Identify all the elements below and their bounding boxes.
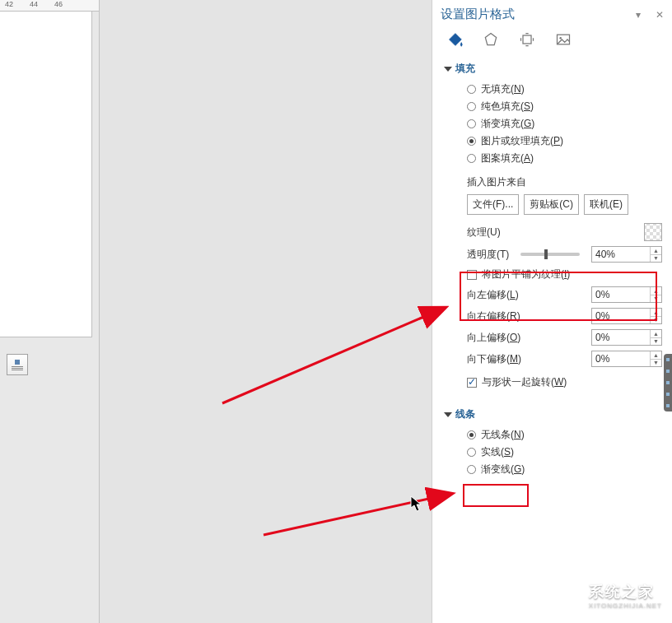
radio-pattern-fill[interactable]: 图案填充(A) [467, 151, 662, 165]
insert-from-clipboard-button[interactable]: 剪贴板(C) [524, 194, 579, 215]
insert-from-file-button[interactable]: 文件(F)... [467, 194, 519, 215]
radio-icon [467, 137, 476, 146]
radio-icon [467, 465, 476, 474]
picture-tab-icon[interactable] [554, 30, 572, 49]
transparency-label: 透明度(T) [467, 248, 509, 262]
collapse-triangle-icon [444, 67, 452, 72]
canvas-background [99, 0, 432, 623]
watermark: 系统之家 XITONGZHIJIA.NET [546, 579, 662, 611]
texture-label: 纹理(U) [467, 225, 501, 239]
ruler-tick: 46 [54, 0, 63, 11]
edge-scroll-handle[interactable] [664, 354, 672, 411]
size-tab-icon[interactable] [518, 30, 536, 49]
watermark-title: 系统之家 [589, 582, 662, 602]
collapse-triangle-icon [444, 412, 452, 417]
transparency-row: 透明度(T) 40% ▲▼ [467, 246, 662, 263]
transparency-input[interactable]: 40% ▲▼ [591, 246, 662, 263]
insert-picture-from-label: 插入图片来自 [467, 175, 662, 189]
tile-as-texture-checkbox[interactable]: 将图片平铺为纹理(I) [467, 267, 662, 281]
format-picture-panel: 设置图片格式 ▾ ✕ 填充 无填充(N) 纯色填充(S [432, 0, 672, 623]
horizontal-ruler: 42 44 46 [0, 0, 99, 12]
rotate-with-shape-checkbox[interactable]: 与形状一起旋转(W) [467, 375, 662, 389]
ruler-tick: 42 [5, 0, 13, 11]
document-page[interactable] [0, 12, 92, 337]
radio-no-line[interactable]: 无线条(N) [467, 428, 662, 442]
insert-from-online-button[interactable]: 联机(E) [584, 194, 628, 215]
offset-right-label: 向右偏移(R) [467, 309, 520, 323]
fill-tab-icon[interactable] [446, 30, 464, 49]
offset-right-input[interactable]: 0%▲▼ [591, 308, 662, 324]
radio-gradient-fill[interactable]: 渐变填充(G) [467, 117, 662, 131]
radio-icon [467, 448, 476, 457]
panel-options-dropdown[interactable]: ▾ [636, 9, 641, 21]
radio-picture-fill[interactable]: 图片或纹理填充(P) [467, 134, 662, 148]
panel-close-button[interactable]: ✕ [656, 9, 664, 21]
watermark-subtitle: XITONGZHIJIA.NET [589, 602, 662, 609]
radio-icon [467, 119, 476, 128]
fill-section-header[interactable]: 填充 [444, 62, 662, 76]
transparency-slider[interactable] [520, 253, 580, 256]
radio-solid-fill[interactable]: 纯色填充(S) [467, 100, 662, 114]
radio-no-fill[interactable]: 无填充(N) [467, 82, 662, 96]
radio-gradient-line[interactable]: 渐变线(G) [467, 463, 662, 477]
offset-up-input[interactable]: 0%▲▼ [591, 329, 662, 346]
svg-point-3 [559, 37, 562, 40]
line-section-header[interactable]: 线条 [444, 407, 662, 421]
effects-tab-icon[interactable] [482, 30, 500, 49]
ruler-tick: 44 [30, 0, 38, 11]
document-area: 42 44 46 [0, 0, 99, 623]
svg-marker-0 [485, 34, 496, 45]
svg-rect-6 [572, 590, 576, 597]
radio-icon [467, 102, 476, 111]
offset-left-input[interactable]: 0%▲▼ [591, 286, 662, 303]
layout-options-button[interactable] [7, 354, 28, 375]
radio-icon [467, 154, 476, 163]
checkbox-icon [467, 270, 477, 280]
offset-down-label: 向下偏移(M) [467, 352, 521, 366]
offset-up-label: 向上偏移(O) [467, 331, 520, 345]
radio-icon [467, 430, 476, 439]
texture-picker-button[interactable] [644, 223, 662, 241]
svg-rect-1 [523, 35, 531, 44]
checkbox-icon [467, 378, 477, 388]
radio-solid-line[interactable]: 实线(S) [467, 445, 662, 459]
offset-down-input[interactable]: 0%▲▼ [591, 351, 662, 367]
panel-title: 设置图片格式 [441, 7, 515, 22]
watermark-logo-icon [546, 579, 582, 611]
radio-icon [467, 85, 476, 94]
offset-left-label: 向左偏移(L) [467, 288, 519, 302]
